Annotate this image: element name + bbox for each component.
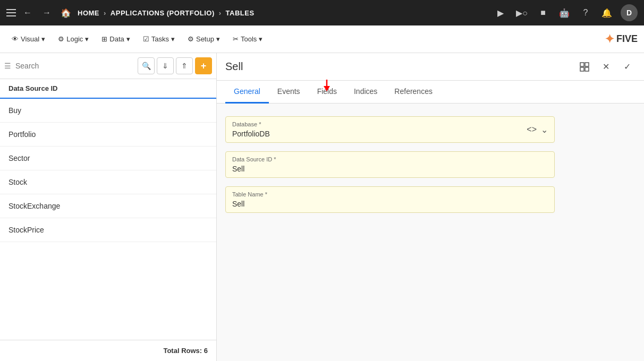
tab-events[interactable]: Events [269, 81, 309, 104]
sidebar-item-buy[interactable]: Buy [0, 99, 216, 123]
confirm-button[interactable]: ✓ [618, 58, 635, 75]
database-field-icons: <> ⌄ [527, 125, 548, 135]
sidebar-list: Buy Portfolio Sector Stock StockExchange… [0, 99, 216, 340]
top-nav: ← → 🏠 HOME › APPLICATIONS (PORTFOLIO) › … [0, 0, 644, 25]
tasks-menu[interactable]: ☑ Tasks ▾ [138, 32, 180, 46]
code-icon[interactable]: <> [527, 125, 537, 134]
setup-menu[interactable]: ⚙ Setup ▾ [182, 32, 225, 46]
back-button[interactable]: ← [20, 5, 35, 20]
visual-menu[interactable]: 👁 Visual ▾ [6, 32, 50, 46]
tab-general[interactable]: General [225, 81, 269, 104]
breadcrumb-home[interactable]: HOME [78, 9, 99, 17]
data-source-id-field[interactable]: Data Source ID * Sell [225, 151, 555, 178]
sidebar-item-stockprice-label: StockPrice [9, 226, 44, 234]
sidebar: ☰ 🔍 ⇓ ⇑ + Data Source ID Buy Portfolio S… [0, 53, 217, 361]
tools-label: Tools [241, 35, 257, 43]
table-name-value: Sell [232, 200, 548, 208]
setup-chevron: ▾ [216, 35, 220, 43]
sidebar-item-stockprice[interactable]: StockPrice [0, 218, 216, 242]
sidebar-item-sector-label: Sector [9, 154, 30, 162]
content-actions: ✕ ✓ [576, 58, 635, 75]
robot-icon[interactable]: 🤖 [557, 5, 572, 20]
sidebar-search-icons: 🔍 ⇓ ⇑ + [138, 57, 212, 74]
logic-chevron: ▾ [85, 35, 89, 43]
logic-label: Logic [66, 35, 83, 43]
main-layout: ☰ 🔍 ⇓ ⇑ + Data Source ID Buy Portfolio S… [0, 53, 644, 361]
tab-indices[interactable]: Indices [345, 81, 386, 104]
content-header: Sell ✕ ✓ [217, 53, 644, 81]
tools-menu[interactable]: ✂ Tools ▾ [227, 32, 268, 46]
sidebar-item-buy-label: Buy [9, 106, 21, 115]
tabs: General Events Fields Indices References [217, 81, 644, 104]
nav-right: ▶ ▶○ ■ 🤖 ? 🔔 D [493, 4, 638, 21]
table-name-field[interactable]: Table Name * Sell [225, 186, 555, 213]
database-value: PortfolioDB [232, 130, 527, 138]
five-logo: ✦ FIVE [605, 32, 638, 46]
data-label: Data [109, 35, 124, 43]
sidebar-item-portfolio-label: Portfolio [9, 130, 36, 139]
database-label: Database * [232, 121, 527, 127]
database-field: Database * PortfolioDB <> ⌄ [225, 116, 555, 143]
tasks-chevron: ▾ [171, 35, 175, 43]
svg-rect-2 [580, 67, 584, 71]
help-icon[interactable]: ? [578, 5, 593, 20]
filter-icon: ☰ [4, 62, 11, 70]
setup-icon: ⚙ [188, 35, 194, 43]
notifications-icon[interactable]: 🔔 [599, 5, 614, 20]
visual-label: Visual [21, 35, 39, 43]
table-name-label: Table Name * [232, 191, 548, 197]
form-area: Database * PortfolioDB <> ⌄ Data Source … [217, 104, 644, 361]
nav-left: ← → 🏠 HOME › APPLICATIONS (PORTFOLIO) › … [6, 5, 489, 20]
user-avatar[interactable]: D [621, 4, 638, 21]
data-icon: ⊞ [101, 35, 107, 43]
close-button[interactable]: ✕ [597, 58, 614, 75]
data-source-id-value: Sell [232, 165, 548, 173]
hamburger-menu[interactable] [6, 9, 16, 16]
sidebar-search-bar: ☰ 🔍 ⇓ ⇑ + [0, 53, 216, 79]
download-button[interactable]: ⇓ [157, 57, 174, 74]
forward-button[interactable]: → [39, 5, 54, 20]
toolbar: 👁 Visual ▾ ⚙ Logic ▾ ⊞ Data ▾ ☑ Tasks ▾ … [0, 25, 644, 53]
total-rows-label: Total Rows: 6 [163, 347, 208, 355]
breadcrumb: HOME › APPLICATIONS (PORTFOLIO) › TABLES [78, 9, 255, 17]
tab-general-label: General [234, 87, 260, 96]
visual-icon: 👁 [12, 35, 19, 43]
logic-menu[interactable]: ⚙ Logic ▾ [53, 32, 94, 46]
database-field-content: Database * PortfolioDB [232, 121, 527, 138]
tasks-label: Tasks [151, 35, 169, 43]
breadcrumb-tables[interactable]: TABLES [226, 9, 255, 17]
sidebar-footer: Total Rows: 6 [0, 340, 216, 361]
breadcrumb-sep2: › [219, 9, 222, 17]
tools-icon: ✂ [233, 35, 239, 43]
tab-events-label: Events [277, 87, 300, 96]
svg-rect-0 [580, 63, 584, 66]
setup-label: Setup [196, 35, 214, 43]
tab-fields-label: Fields [317, 87, 337, 96]
tasks-icon: ☑ [143, 35, 149, 43]
sidebar-item-sector[interactable]: Sector [0, 147, 216, 170]
record-icon[interactable]: ▶○ [514, 5, 529, 20]
sidebar-item-portfolio[interactable]: Portfolio [0, 123, 216, 147]
tab-references[interactable]: References [386, 81, 441, 104]
search-button[interactable]: 🔍 [138, 57, 155, 74]
export-button[interactable]: ⇑ [176, 57, 193, 74]
search-input[interactable] [15, 62, 135, 70]
data-menu[interactable]: ⊞ Data ▾ [96, 32, 135, 46]
sidebar-item-stock[interactable]: Stock [0, 170, 216, 194]
tab-references-label: References [394, 87, 433, 96]
chevron-down-icon[interactable]: ⌄ [541, 125, 548, 135]
home-icon[interactable]: 🏠 [58, 5, 73, 20]
stop-icon[interactable]: ■ [536, 5, 550, 20]
five-star-icon: ✦ [605, 32, 614, 46]
play-icon[interactable]: ▶ [493, 5, 508, 20]
breadcrumb-applications[interactable]: APPLICATIONS (PORTFOLIO) [111, 9, 215, 17]
table-view-button[interactable] [576, 58, 593, 75]
add-button[interactable]: + [195, 57, 212, 74]
logic-icon: ⚙ [58, 35, 64, 43]
tab-fields[interactable]: Fields [309, 81, 345, 104]
breadcrumb-sep1: › [104, 9, 106, 17]
five-logo-text: FIVE [616, 33, 638, 45]
sidebar-item-stockexchange[interactable]: StockExchange [0, 194, 216, 218]
sidebar-header: Data Source ID [0, 79, 216, 99]
tab-indices-label: Indices [354, 87, 377, 96]
